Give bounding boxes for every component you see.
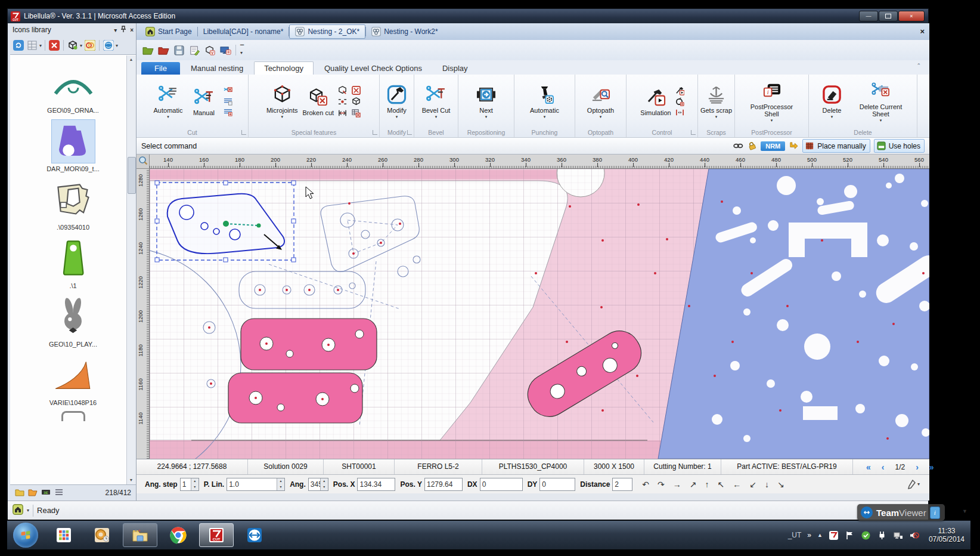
library-folder-icon[interactable] — [15, 487, 24, 499]
simulation-button[interactable]: Simulation — [638, 86, 673, 117]
microjoints-button[interactable]: Microjoints▾ — [265, 84, 300, 120]
cut-sheet-icon[interactable] — [224, 87, 232, 95]
ang-input[interactable]: ▴▾ — [308, 478, 328, 491]
next-page-button[interactable]: › — [916, 462, 919, 472]
document-tab-nesting-work2[interactable]: Nesting - Work2* — [366, 25, 443, 38]
cube-small-icon[interactable] — [352, 97, 362, 106]
p-lin-input[interactable]: ▴▾ — [227, 478, 285, 491]
prev-page-button[interactable]: ‹ — [882, 462, 885, 472]
ribbon-tab-quality-level-check-options[interactable]: Quality Level Check Options — [315, 62, 432, 75]
export-cad-icon[interactable]: V — [204, 45, 216, 55]
postprocessor-shell-button[interactable]: iPostProcessor Shell▾ — [742, 80, 802, 123]
ruler-corner[interactable] — [137, 155, 150, 169]
save-icon[interactable] — [173, 45, 185, 55]
taskbar-teamviewer-button[interactable] — [237, 523, 272, 547]
tray-expand-icon[interactable]: ▲ — [817, 532, 823, 538]
ribbon-tab-technology[interactable]: Technology — [254, 61, 314, 75]
open-red-icon[interactable] — [158, 45, 169, 55]
taskbar-libellula-cut-button[interactable]: CUT — [199, 523, 234, 547]
taskbar-apps-grid-button[interactable] — [46, 523, 81, 547]
teamviewer-overlay[interactable]: TeamViewer i — [857, 504, 945, 521]
save-as-icon[interactable] — [189, 45, 200, 55]
next-button[interactable]: Next▾ — [469, 84, 504, 120]
down-left-arrow-icon[interactable]: ↙ — [749, 480, 756, 489]
automatic-button[interactable]: Automatic▾ — [151, 84, 185, 120]
teamviewer-caret-icon[interactable]: ▼ — [962, 508, 967, 514]
joint-in-icon[interactable] — [338, 97, 348, 106]
use-holes-button[interactable]: Use holes — [874, 139, 925, 153]
sim-loop-icon[interactable] — [675, 97, 684, 106]
library-open-folder-icon[interactable] — [28, 487, 38, 499]
spinner-buttons[interactable]: ▴▾ — [277, 478, 284, 490]
dialog-launcher-icon[interactable] — [373, 130, 377, 135]
tray-chevrons-icon[interactable]: » — [807, 531, 811, 539]
gets-scrap-button[interactable]: Gets scrap▾ — [699, 84, 734, 120]
ribbon-tab-display[interactable]: Display — [433, 62, 477, 75]
tray-volume-muted-icon[interactable] — [909, 530, 919, 540]
optopath-button[interactable]: Optopath▾ — [584, 84, 618, 120]
panel-dropdown-icon[interactable]: ▾ — [114, 27, 117, 33]
joint-out-icon[interactable] — [338, 109, 348, 118]
up-left-arrow-icon[interactable]: ↖ — [718, 480, 725, 489]
library-item-geo-09-orna[interactable]: GEO\09_ORNA... — [29, 61, 118, 114]
dialog-launcher-icon[interactable] — [691, 130, 696, 135]
scroll-up-icon[interactable]: ▲ — [127, 55, 135, 64]
broken-cut-button[interactable]: Broken cut — [300, 86, 336, 117]
colors-button[interactable] — [84, 39, 96, 51]
delete-icon-button[interactable] — [48, 39, 60, 51]
tray-antivirus-icon[interactable] — [861, 530, 871, 540]
taskbar-outlook-button[interactable] — [85, 523, 119, 547]
screen-export-icon[interactable] — [220, 45, 231, 55]
sim-step-icon[interactable] — [675, 87, 684, 95]
place-manually-button[interactable]: Place manually — [802, 139, 870, 153]
spinner-buttons[interactable]: ▴▾ — [320, 478, 328, 490]
library-item-dar-mor-09-t[interactable]: DAR_MOR\09_t... — [29, 120, 118, 172]
lock-icon[interactable] — [747, 141, 757, 150]
nrm-toggle[interactable]: NRM — [761, 141, 785, 151]
spinner-buttons[interactable]: ▴▾ — [191, 478, 199, 490]
ribbon-collapse-icon[interactable]: ⌃ — [916, 63, 921, 69]
document-tab-nesting-2-ok[interactable]: Nesting - 2_OK* — [289, 24, 365, 39]
scrollbar-thumb[interactable] — [128, 157, 136, 194]
home-arrow-icon[interactable]: ▾ — [27, 508, 29, 513]
teamviewer-info-button[interactable]: i — [930, 506, 940, 519]
sim-range-icon[interactable] — [675, 108, 684, 117]
distance-input[interactable] — [612, 478, 632, 491]
ribbon-tab-manual-nesting[interactable]: Manual nesting — [181, 62, 253, 75]
ribbon-tab-file[interactable]: File — [141, 62, 180, 75]
document-tab-libellula-cad-noname[interactable]: Libellula[CAD] - noname* — [198, 25, 289, 38]
library-item-geo-10-play[interactable]: GEO\10_PLAY... — [29, 295, 118, 348]
first-page-button[interactable]: « — [866, 462, 871, 472]
document-tab-start-page[interactable]: Start Page — [140, 25, 197, 38]
down-right-arrow-icon[interactable]: ↘ — [777, 480, 784, 489]
redo-arrow-icon[interactable]: ↷ — [658, 480, 665, 489]
modify-button[interactable]: Modify▾ — [380, 84, 414, 120]
tray-network-icon[interactable] — [893, 530, 903, 540]
library-item-1[interactable]: .\1 — [29, 237, 118, 289]
scroll-down-icon[interactable]: ▼ — [127, 476, 135, 484]
tray-flag-icon[interactable] — [845, 530, 855, 540]
up-arrow-icon[interactable]: ↑ — [705, 480, 709, 489]
start-button[interactable] — [13, 523, 38, 548]
cube-edit-icon[interactable] — [338, 86, 348, 95]
left-arrow-icon[interactable]: ← — [733, 480, 741, 489]
up-right-arrow-icon[interactable]: ↗ — [690, 480, 697, 489]
taskbar-explorer-button[interactable] — [123, 523, 157, 547]
view-mode-arrow-icon[interactable]: ▾ — [39, 43, 42, 48]
part-cube-arrow-icon[interactable]: ▾ — [80, 43, 82, 48]
taskbar-chrome-button[interactable] — [161, 523, 196, 547]
cut-add-icon[interactable] — [224, 108, 232, 117]
right-arrow-icon[interactable]: → — [673, 480, 681, 489]
part-cube-button[interactable] — [67, 39, 79, 51]
view-mode-button[interactable] — [26, 39, 38, 51]
library-scrollbar[interactable]: ▲ ▼ — [126, 55, 136, 484]
bent-arrow-icon[interactable] — [789, 141, 799, 150]
delete-box-icon[interactable] — [352, 86, 362, 95]
home-icon[interactable] — [13, 504, 23, 517]
pos-y-input[interactable] — [424, 478, 463, 491]
open-green-icon[interactable] — [142, 45, 154, 55]
dx-input[interactable] — [480, 478, 523, 491]
tabbar-close-icon[interactable]: × — [920, 27, 925, 36]
dialog-launcher-icon[interactable] — [241, 130, 246, 135]
maximize-button[interactable] — [879, 11, 898, 21]
